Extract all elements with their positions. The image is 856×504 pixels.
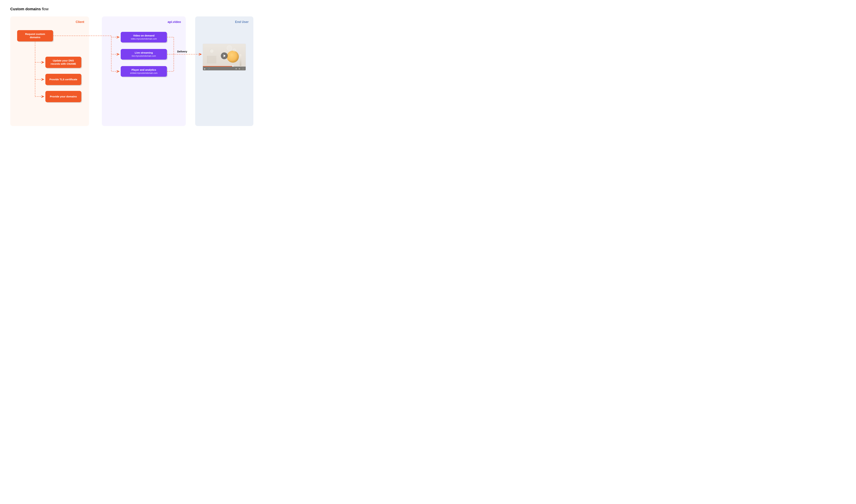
diagram-canvas: Client api.video End User Request custom… — [10, 16, 253, 129]
box-embed-title: Player and analytics — [131, 68, 156, 72]
settings-icon: ⚙ — [235, 68, 237, 70]
volume-icon: 🔊 — [208, 68, 210, 70]
box-domains-label: Provide your domains — [50, 95, 77, 98]
thumb-decor-bubble-small — [233, 49, 236, 52]
video-thumbnail: ▶ 🔊 ⚙ ⧉ ⛶ — [203, 44, 246, 70]
pip-icon: ⧉ — [239, 68, 241, 70]
box-live-sub: live.mycustomdomain.com — [132, 55, 156, 57]
box-dns-label: Update your DNS records with CNAME — [49, 59, 78, 66]
panel-end-user: End User — [195, 16, 253, 126]
panel-api-label: api.video — [167, 20, 181, 24]
thumb-control-bar: ▶ 🔊 ⚙ ⧉ ⛶ — [203, 67, 246, 70]
box-tls-label: Provide TLS certificate — [50, 78, 77, 81]
diagram-title: Custom domains flow — [10, 7, 846, 11]
box-provide-tls: Provide TLS certificate — [46, 74, 81, 85]
box-vod-sub: video.mycustomdomain.com — [131, 38, 157, 40]
box-vod-title: Video on demand — [133, 34, 155, 37]
panel-end-label: End User — [235, 20, 249, 24]
thumb-decor-sphere — [210, 49, 213, 53]
thumb-left-controls: ▶ 🔊 — [204, 68, 210, 70]
fullscreen-icon: ⛶ — [242, 68, 244, 70]
box-request-label: Request custom domains — [20, 33, 50, 39]
box-player-analytics: Player and analytics embed.mycustomdomai… — [121, 66, 167, 77]
title-light: flow — [42, 7, 49, 11]
title-bold: Custom domains — [10, 7, 41, 11]
play-small-icon: ▶ — [204, 68, 206, 70]
play-icon — [221, 52, 228, 59]
box-video-on-demand: Video on demand video.mycustomdomain.com — [121, 32, 167, 42]
box-update-dns: Update your DNS records with CNAME — [46, 57, 81, 68]
thumb-decor-bubble — [227, 46, 232, 51]
box-embed-sub: embed.mycustomdomain.com — [130, 72, 158, 74]
box-live-title: Live streaming — [135, 51, 153, 54]
box-live-streaming: Live streaming live.mycustomdomain.com — [121, 49, 167, 59]
panel-client-label: Client — [76, 20, 84, 24]
delivery-label: Delivery — [177, 50, 187, 53]
box-request-custom-domains: Request custom domains — [17, 30, 53, 41]
box-provide-domains: Provide your domains — [46, 91, 81, 102]
thumb-right-controls: ⚙ ⧉ ⛶ — [235, 68, 244, 70]
thumb-decor-disc — [227, 51, 239, 62]
thumb-decor-lines — [207, 56, 217, 64]
thumb-decor-cylinder — [240, 54, 242, 66]
